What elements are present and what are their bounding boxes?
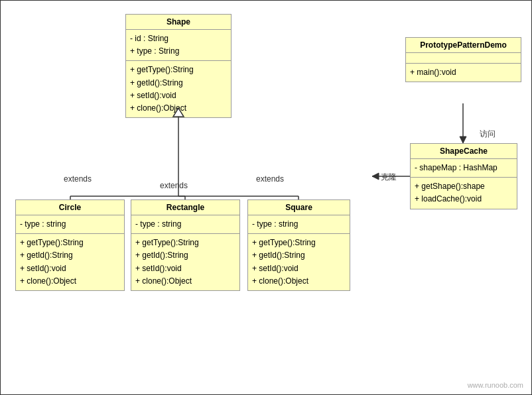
circle-attributes: - type : string — [16, 215, 124, 234]
shape-header: Shape — [126, 15, 231, 30]
extends-label-center: extends — [160, 181, 188, 190]
extends-label-left: extends — [64, 174, 92, 184]
rectangle-attributes: - type : string — [131, 215, 239, 234]
svg-marker-9 — [460, 137, 466, 143]
circle-box: Circle - type : string + getType():Strin… — [15, 199, 125, 291]
shape-cache-attributes: - shapeMap : HashMap — [411, 159, 517, 178]
prototype-pattern-demo-methods: + main():void — [406, 64, 521, 82]
shape-attributes: - id : String+ type : String — [126, 30, 231, 61]
shape-cache-methods: + getShape():shape+ loadCache():void — [411, 178, 517, 208]
prototype-pattern-demo-header: PrototypePatternDemo — [406, 38, 521, 53]
shape-cache-header: ShapeCache — [411, 144, 517, 159]
shape-box: Shape - id : String+ type : String + get… — [125, 14, 232, 118]
watermark: www.runoob.com — [468, 381, 523, 389]
rectangle-header: Rectangle — [131, 200, 239, 215]
fanwen-label: 访问 — [480, 129, 496, 140]
extends-label-right: extends — [256, 174, 284, 184]
kelong-label: 克隆 — [381, 172, 397, 183]
rectangle-box: Rectangle - type : string + getType():St… — [131, 199, 240, 291]
square-attributes: - type : string — [248, 215, 350, 234]
square-header: Square — [248, 200, 350, 215]
shape-methods: + getType():String+ getId():String+ setI… — [126, 61, 231, 117]
square-box: Square - type : string + getType():Strin… — [247, 199, 350, 291]
circle-header: Circle — [16, 200, 124, 215]
svg-marker-11 — [372, 173, 379, 180]
prototype-pattern-demo-attributes — [406, 53, 521, 64]
rectangle-methods: + getType():String+ getId():String+ setI… — [131, 234, 239, 290]
prototype-pattern-demo-box: PrototypePatternDemo + main():void — [405, 37, 521, 82]
shape-cache-box: ShapeCache - shapeMap : HashMap + getSha… — [410, 143, 517, 209]
square-methods: + getType():String+ getId():String+ setI… — [248, 234, 350, 290]
diagram-container: Shape - id : String+ type : String + get… — [0, 0, 532, 395]
circle-methods: + getType():String+ getId():String+ setI… — [16, 234, 124, 290]
